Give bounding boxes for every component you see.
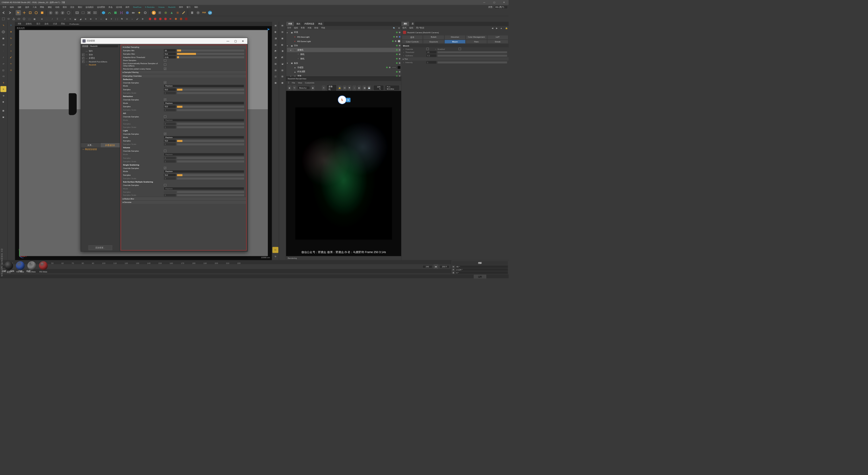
om-row[interactable]: ✦RS Area Light <box>287 35 400 39</box>
om-row[interactable]: ▾🎥摄像机 <box>287 48 400 52</box>
rv-menu-file[interactable]: File <box>292 82 295 84</box>
om-tab-struct[interactable]: 构造 <box>316 22 324 26</box>
vis-render-dot[interactable] <box>399 62 400 64</box>
vis-render-dot[interactable] <box>396 36 398 38</box>
renderview-image[interactable]: 微信公众号：野鹿志 微博：野鹿志 作者：马鹿野郎 Frame 250 3:14s <box>286 91 401 256</box>
qr-icon[interactable]: QR <box>208 10 213 15</box>
dialog-min-button[interactable]: ― <box>225 39 231 42</box>
red-cam-icon[interactable] <box>169 17 173 21</box>
dlg-multipass-button[interactable]: 多通道渲染 <box>100 143 120 147</box>
menu-xparticles[interactable]: X-Particles <box>143 6 156 9</box>
attr-tab-bokeh[interactable]: Bokeh <box>423 35 444 40</box>
vp-menu-display[interactable]: 显示 <box>35 22 41 25</box>
rotate-tool-icon[interactable] <box>34 10 39 15</box>
move-icon[interactable]: ✥ <box>8 29 14 35</box>
vis-render-dot[interactable] <box>399 45 400 46</box>
sel-loop-icon[interactable] <box>17 17 21 21</box>
rd-icon-10[interactable]: ▩ <box>272 80 278 86</box>
attr-threshold-value[interactable]: 20 <box>427 51 436 54</box>
menu-plugins[interactable]: 插件 <box>124 5 131 9</box>
param-slider[interactable] <box>177 174 244 176</box>
om-row[interactable]: ⁘随机 <box>287 52 400 57</box>
om-search-icon[interactable]: 🔍 <box>393 27 395 29</box>
rv-menu-view[interactable]: View <box>298 82 302 84</box>
bone-icon[interactable] <box>181 10 186 15</box>
om-eye-icon[interactable]: 👁 <box>398 27 400 29</box>
menu-track[interactable]: 运动跟踪 <box>84 5 95 9</box>
rv-sphere-icon[interactable]: ◉ <box>311 86 315 90</box>
texture-tag[interactable] <box>392 66 396 69</box>
magnet-icon[interactable]: ⊙ <box>8 67 14 73</box>
sel-free-icon[interactable] <box>6 17 11 21</box>
om-tab-browser[interactable]: 内容浏览器 <box>302 22 317 26</box>
param-checkbox[interactable]: ✓ <box>164 133 166 135</box>
window-close-button[interactable]: ✕ <box>501 1 507 3</box>
make-editable-icon[interactable]: ✎ <box>0 22 6 28</box>
sel-fill-icon[interactable]: ▦ <box>32 17 37 21</box>
om-tab-objects[interactable]: 对象 <box>286 22 294 26</box>
param-value[interactable]: 512 <box>164 88 176 91</box>
rv-b-icon[interactable]: ◨ <box>362 86 366 90</box>
rv-a-icon[interactable]: ◧ <box>357 86 361 90</box>
vis-render-dot[interactable] <box>389 67 391 69</box>
uv-point-icon[interactable]: ⊡ <box>0 73 6 79</box>
vp-menu-options[interactable]: 选项 <box>43 22 50 25</box>
misc-icon-4[interactable] <box>175 10 180 15</box>
param-checkbox[interactable]: ✓ <box>164 98 166 101</box>
attr-intensity-value[interactable]: 1 <box>427 61 436 64</box>
attr-menu-userdata[interactable]: 用户数据 <box>416 27 424 30</box>
rd-icon-6[interactable]: ◪ <box>272 54 278 60</box>
menu-tools[interactable]: 工具 <box>31 5 38 9</box>
locked-wp-icon[interactable]: ⊕ <box>0 92 6 98</box>
vis-editor-dot[interactable] <box>396 58 398 60</box>
param-value[interactable]: 512 <box>164 174 176 176</box>
coord-b-field[interactable]: 0 ° <box>456 271 508 274</box>
rv-save-icon[interactable]: 💾 <box>367 86 371 90</box>
light-prim-icon[interactable] <box>137 10 142 15</box>
calc-icon[interactable] <box>190 10 195 15</box>
param-value[interactable]: 512 <box>164 53 176 55</box>
rs-badge-icon[interactable] <box>184 17 189 21</box>
snap-dots-icon[interactable]: ⠿ <box>55 17 60 21</box>
dissolve-icon[interactable]: ✕ <box>109 17 114 21</box>
tweak-icon[interactable]: ↯ <box>0 80 6 86</box>
render-tree-item[interactable]: ✓—保存 <box>81 53 119 57</box>
param-value[interactable]: 512 <box>164 106 176 108</box>
rd2-icon-7[interactable]: ◪ <box>279 61 285 67</box>
rv-grid-icon[interactable]: ⊞ <box>343 86 347 90</box>
tag-sphere[interactable] <box>398 40 400 43</box>
rd2-icon-8[interactable]: ▧ <box>279 67 285 73</box>
param-dropdown[interactable]: Replace <box>164 84 244 88</box>
uv-poly-icon[interactable]: ◫ <box>0 67 6 73</box>
create-poly-icon[interactable]: ▱ <box>63 17 67 21</box>
rd2-icon-5[interactable]: ◨ <box>279 48 285 54</box>
misc-tool-icon[interactable]: ⚙ <box>140 17 145 21</box>
vis-editor-dot[interactable] <box>396 62 398 64</box>
timeline-ruler[interactable]: 0102030405060708090100110120130140150160… <box>0 260 451 264</box>
menu-render[interactable]: 渲染 <box>69 5 76 9</box>
rv-camera-dropdown[interactable]: 摄像机 <box>327 84 337 91</box>
render-tree-checkbox[interactable]: ✓ <box>82 57 84 59</box>
point-mode-icon[interactable]: · <box>0 48 6 54</box>
menu-edit[interactable]: 编辑 <box>8 5 16 9</box>
my-render-settings[interactable]: — 我的渲染设置 <box>81 147 120 152</box>
soft-sel-icon[interactable]: ◉ <box>0 99 6 105</box>
om-tab-takes[interactable]: 场次 <box>294 22 302 26</box>
sel-poly-icon[interactable] <box>12 17 16 21</box>
vp-menu-camera[interactable]: 摄像机 <box>25 22 33 25</box>
rd2-icon-1[interactable]: ▤ <box>279 22 285 28</box>
axis-y-icon[interactable]: Y <box>54 10 59 15</box>
magnet-icon[interactable]: ⊙ <box>125 17 129 21</box>
red-ball-1-icon[interactable] <box>148 17 152 21</box>
expand-icon[interactable]: ▸ <box>287 32 289 34</box>
rd-label-icon[interactable]: L1 <box>272 247 278 253</box>
vis-render-dot[interactable] <box>399 54 400 55</box>
coord-sys-icon[interactable] <box>66 10 71 15</box>
psr-icon[interactable]: PSR <box>201 10 206 15</box>
attr-tab-layers[interactable]: 层 <box>410 22 416 26</box>
rv-play-button[interactable]: ▶ <box>288 86 292 90</box>
param-checkbox[interactable]: ✓ <box>164 81 166 84</box>
menu-char[interactable]: 角色 <box>107 5 114 9</box>
menu-redshift[interactable]: Redshift <box>166 6 177 9</box>
param-dropdown[interactable]: Replace <box>164 101 244 104</box>
